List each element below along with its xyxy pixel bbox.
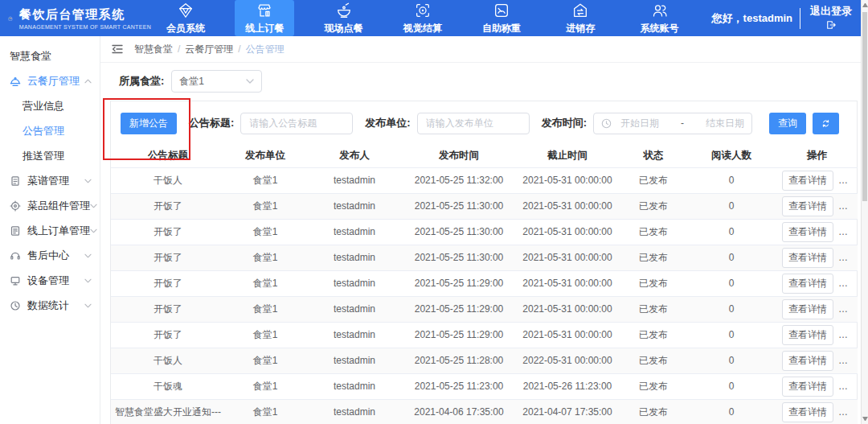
cell-publisher: testadmin — [305, 296, 403, 322]
table-row: 开饭了食堂1testadmin2021-05-25 11:30:002021-0… — [111, 219, 858, 245]
start-date-placeholder: 开始日期 — [620, 117, 672, 130]
column-header-4: 截止时间 — [514, 145, 620, 167]
search-button[interactable]: 查询 — [769, 113, 806, 134]
breadcrumb-item-0[interactable]: 智慧食堂 — [134, 43, 173, 55]
sidebar-item-device[interactable]: 设备管理 — [0, 268, 100, 293]
cell-unit: 食堂1 — [225, 399, 305, 424]
cell-read-count: 0 — [686, 399, 776, 424]
refresh-button[interactable] — [813, 113, 839, 134]
nav-item-online-order[interactable]: 线上订餐 — [235, 0, 294, 36]
cell-unit: 食堂1 — [225, 270, 305, 296]
scrollbar-thumb[interactable] — [862, 12, 867, 201]
nav-item-system-account[interactable]: 系统账号 — [630, 0, 690, 36]
cell-unit: 食堂1 — [225, 193, 305, 219]
date-range-picker[interactable]: 开始日期 - 结束日期 — [593, 113, 752, 134]
sidebar-item-label: 数据统计 — [27, 298, 69, 313]
canteen-select[interactable]: 食堂1 — [171, 70, 262, 93]
top-nav: 会员系统线上订餐现场点餐视觉结算自助称重进销存系统账号 — [151, 0, 712, 36]
clock-icon — [601, 118, 612, 129]
table-row: 开饭了食堂1testadmin2021-05-25 11:29:002021-0… — [111, 296, 858, 322]
sidebar: 智慧食堂云餐厅管理营业信息公告管理推送管理菜谱管理菜品组件管理线上订单管理售后中… — [0, 36, 100, 424]
cell-read-count: 0 — [686, 322, 776, 348]
cell-publisher: testadmin — [305, 348, 403, 373]
announcement-panel: 新增公告 公告标题: 发布单位: 发布时间: 开始日期 - 结束日期 查询 — [110, 101, 858, 424]
sidebar-item-menu[interactable]: 菜谱管理 — [0, 168, 100, 193]
canteen-select-value: 食堂1 — [179, 75, 204, 89]
scrollbar-down-arrow[interactable] — [862, 417, 868, 421]
end-date-placeholder: 结束日期 — [693, 117, 744, 130]
cell-unit: 食堂1 — [225, 245, 305, 270]
logout-icon — [826, 20, 836, 30]
date-range-separator: - — [681, 117, 684, 129]
nav-item-vision-checkout[interactable]: 视觉结算 — [393, 0, 452, 36]
nav-item-self-weighing[interactable]: 自助称重 — [472, 0, 531, 36]
add-announcement-button[interactable]: 新增公告 — [121, 113, 177, 134]
cell-deadline: 2021-05-31 00:00:00 — [514, 322, 620, 348]
sidebar-item-label: 设备管理 — [27, 274, 69, 288]
cell-publish-time: 2021-05-25 11:32:00 — [403, 167, 514, 193]
cell-publisher: testadmin — [305, 167, 403, 193]
sidebar-item-business-info[interactable]: 营业信息 — [0, 93, 100, 118]
breadcrumb-item-2[interactable]: 公告管理 — [246, 43, 285, 55]
user-greeting: 您好，testadmin — [712, 11, 792, 26]
logout-button[interactable]: 退出登录 — [808, 4, 854, 32]
sidebar-item-aftersales[interactable]: 售后中心 — [0, 243, 100, 268]
component-icon — [10, 200, 21, 212]
view-detail-button[interactable]: 查看详情 — [782, 402, 833, 422]
view-detail-button[interactable]: 查看详情 — [782, 248, 833, 268]
cell-title: 干饭魂 — [111, 373, 225, 399]
page-scrollbar[interactable] — [861, 0, 868, 424]
sidebar-item-label: 菜品组件管理 — [27, 199, 90, 213]
doc-icon — [10, 175, 21, 187]
cell-actions: 查看详情关闭 — [776, 245, 858, 270]
unit-filter-input[interactable] — [417, 113, 530, 134]
cell-title: 智慧食堂盛大开业通知--- — [111, 399, 225, 424]
view-detail-button[interactable]: 查看详情 — [782, 274, 833, 294]
view-detail-button[interactable]: 查看详情 — [782, 196, 833, 216]
nav-item-inventory[interactable]: 进销存 — [551, 0, 610, 36]
breadcrumb-separator: / — [178, 43, 180, 55]
chevron-down-icon — [246, 79, 254, 84]
view-detail-button[interactable]: 查看详情 — [782, 299, 833, 319]
cell-unit: 食堂1 — [225, 219, 305, 245]
nav-item-onsite-order[interactable]: 现场点餐 — [314, 0, 374, 36]
sidebar-item-push[interactable]: 推送管理 — [0, 143, 100, 168]
nav-item-membership[interactable]: 会员系统 — [156, 0, 215, 36]
sidebar-item-online-orders[interactable]: 线上订单管理 — [0, 218, 100, 243]
view-detail-button[interactable]: 查看详情 — [782, 222, 833, 242]
view-detail-button[interactable]: 查看详情 — [782, 171, 833, 191]
sidebar-item-smart-canteen[interactable]: 智慧食堂 — [0, 43, 100, 68]
sidebar-item-dish-component[interactable]: 菜品组件管理 — [0, 193, 100, 218]
scale-icon — [493, 2, 510, 19]
app-logo: 智慧 食堂 餐饮后台管理系统 MANAGEMENT SYSTEM OF SMAR… — [0, 4, 151, 33]
unit-filter-label: 发布单位: — [365, 116, 410, 130]
cell-status: 已发布 — [620, 296, 686, 322]
breadcrumb-item-1[interactable]: 云餐厅管理 — [185, 43, 233, 55]
cell-unit: 食堂1 — [225, 348, 305, 373]
nav-item-label: 现场点餐 — [325, 22, 363, 35]
cell-title: 开饭了 — [111, 219, 225, 245]
scrollbar-up-arrow[interactable] — [862, 3, 868, 7]
cell-actions: 查看详情关闭 — [776, 296, 858, 322]
cell-actions: 查看详情关闭 — [776, 322, 858, 348]
title-filter-input[interactable] — [240, 113, 353, 134]
sidebar-item-statistics[interactable]: 数据统计 — [0, 293, 100, 318]
logo-icon: 智慧 食堂 — [8, 4, 13, 33]
view-detail-button[interactable]: 查看详情 — [782, 325, 833, 345]
cell-publish-time: 2021-05-25 11:29:00 — [403, 270, 514, 296]
nav-item-label: 视觉结算 — [403, 22, 442, 35]
cell-title: 干饭人 — [111, 348, 225, 373]
cell-unit: 食堂1 — [225, 322, 305, 348]
view-detail-button[interactable]: 查看详情 — [782, 377, 833, 397]
sidebar-item-announcement[interactable]: 公告管理 — [0, 118, 100, 143]
aftersales-icon — [10, 250, 21, 261]
cell-publish-time: 2021-05-25 11:29:00 — [403, 322, 514, 348]
nav-item-label: 会员系统 — [166, 22, 205, 35]
sidebar-item-cloud-restaurant[interactable]: 云餐厅管理 — [0, 68, 100, 93]
cell-actions: 查看详情关闭 — [776, 399, 858, 424]
cell-publisher: testadmin — [305, 373, 403, 399]
sidebar-item-label: 智慧食堂 — [10, 49, 51, 64]
collapse-sidebar-icon[interactable] — [111, 43, 124, 56]
breadcrumb: 智慧食堂/云餐厅管理/公告管理 — [134, 43, 285, 56]
view-detail-button[interactable]: 查看详情 — [782, 351, 833, 371]
